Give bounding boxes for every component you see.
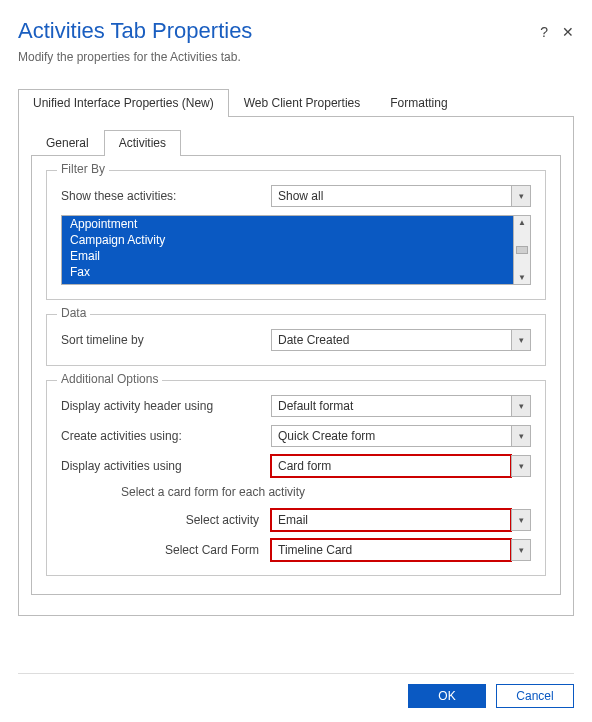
chevron-down-icon[interactable]: ▾ xyxy=(511,539,531,561)
listbox-activities-wrap: Appointment Campaign Activity Email Fax … xyxy=(61,215,531,285)
select-card-form[interactable]: Timeline Card ▾ xyxy=(271,539,531,561)
outer-tab-panel: General Activities Filter By Show these … xyxy=(18,117,574,616)
tab-general[interactable]: General xyxy=(31,130,104,156)
cancel-button[interactable]: Cancel xyxy=(496,684,574,708)
dialog-header-buttons: ? ✕ xyxy=(540,18,574,40)
select-create-activities[interactable]: Quick Create form ▾ xyxy=(271,425,531,447)
help-icon[interactable]: ? xyxy=(540,24,548,40)
select-show-activities[interactable]: Show all ▾ xyxy=(271,185,531,207)
tab-activities[interactable]: Activities xyxy=(104,130,181,156)
scroll-thumb[interactable] xyxy=(516,246,528,254)
select-activity-value: Email xyxy=(271,509,511,531)
select-show-activities-value: Show all xyxy=(271,185,511,207)
label-show-activities: Show these activities: xyxy=(61,189,271,203)
list-item[interactable]: Fax xyxy=(62,264,513,280)
close-icon[interactable]: ✕ xyxy=(562,24,574,40)
group-data: Data Sort timeline by Date Created ▾ xyxy=(46,314,546,366)
chevron-down-icon[interactable]: ▾ xyxy=(511,425,531,447)
chevron-down-icon[interactable]: ▾ xyxy=(511,509,531,531)
select-display-activities-value: Card form xyxy=(271,455,511,477)
tab-formatting[interactable]: Formatting xyxy=(375,89,462,117)
listbox-activities[interactable]: Appointment Campaign Activity Email Fax xyxy=(61,215,513,285)
label-activity-header: Display activity header using xyxy=(61,399,271,413)
ok-button[interactable]: OK xyxy=(408,684,486,708)
dialog-footer: OK Cancel xyxy=(18,673,574,708)
chevron-down-icon[interactable]: ▾ xyxy=(511,185,531,207)
outer-tabstrip: Unified Interface Properties (New) Web C… xyxy=(18,88,574,117)
group-title-additional: Additional Options xyxy=(57,372,162,386)
chevron-down-icon[interactable]: ▾ xyxy=(511,395,531,417)
label-select-card-form-note: Select a card form for each activity xyxy=(121,485,531,499)
dialog: Activities Tab Properties ? ✕ Modify the… xyxy=(0,0,592,722)
dialog-title: Activities Tab Properties xyxy=(18,18,540,44)
scroll-down-icon[interactable]: ▼ xyxy=(518,271,526,284)
list-item[interactable]: Email xyxy=(62,248,513,264)
dialog-subtitle: Modify the properties for the Activities… xyxy=(18,50,574,64)
dialog-header: Activities Tab Properties ? ✕ xyxy=(18,18,574,50)
select-display-activities[interactable]: Card form ▾ xyxy=(271,455,531,477)
group-additional-options: Additional Options Display activity head… xyxy=(46,380,546,576)
group-title-filter-by: Filter By xyxy=(57,162,109,176)
label-create-activities: Create activities using: xyxy=(61,429,271,443)
list-item[interactable]: Campaign Activity xyxy=(62,232,513,248)
select-activity-header[interactable]: Default format ▾ xyxy=(271,395,531,417)
chevron-down-icon[interactable]: ▾ xyxy=(511,329,531,351)
list-item[interactable]: Appointment xyxy=(62,216,513,232)
inner-tab-panel: Filter By Show these activities: Show al… xyxy=(31,156,561,595)
label-select-card-form: Select Card Form xyxy=(121,543,271,557)
chevron-down-icon[interactable]: ▾ xyxy=(511,455,531,477)
scroll-up-icon[interactable]: ▲ xyxy=(518,216,526,229)
select-activity-header-value: Default format xyxy=(271,395,511,417)
inner-tabstrip: General Activities xyxy=(31,129,561,156)
select-sort-timeline-value: Date Created xyxy=(271,329,511,351)
label-select-activity: Select activity xyxy=(121,513,271,527)
select-activity[interactable]: Email ▾ xyxy=(271,509,531,531)
tab-web-client[interactable]: Web Client Properties xyxy=(229,89,376,117)
group-filter-by: Filter By Show these activities: Show al… xyxy=(46,170,546,300)
label-display-activities: Display activities using xyxy=(61,459,271,473)
group-title-data: Data xyxy=(57,306,90,320)
listbox-scrollbar[interactable]: ▲ ▼ xyxy=(513,215,531,285)
select-sort-timeline[interactable]: Date Created ▾ xyxy=(271,329,531,351)
tab-unified-interface[interactable]: Unified Interface Properties (New) xyxy=(18,89,229,117)
label-sort-timeline: Sort timeline by xyxy=(61,333,271,347)
select-card-form-value: Timeline Card xyxy=(271,539,511,561)
select-create-activities-value: Quick Create form xyxy=(271,425,511,447)
